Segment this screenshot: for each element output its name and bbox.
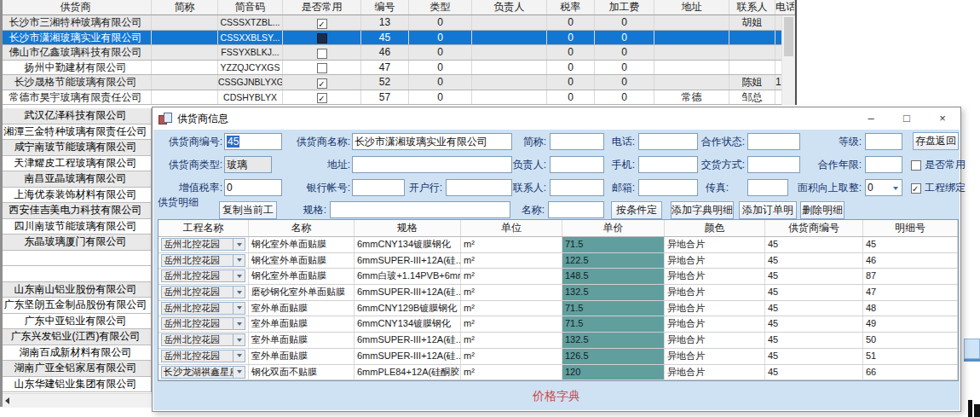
cell-fee[interactable]: 0 [595,45,654,60]
grid-cell-project[interactable]: 岳州北控花园 [159,333,249,348]
grid-cell-price[interactable]: 122.5 [562,253,665,269]
cell-code[interactable]: FSSYXBLKJ... [218,45,283,60]
column-header-id[interactable]: 编号 [361,0,409,14]
cell-common[interactable] [283,31,361,45]
common-use-checkbox[interactable] [317,63,327,73]
cell-fee[interactable]: 0 [595,90,654,105]
grid-cell-name[interactable]: 钢化室外单面贴膜 [249,237,355,252]
grid-cell-price[interactable]: 148.5 [562,269,665,284]
grid-cell-detail_no[interactable]: 51 [863,349,958,364]
maximize-button[interactable]: □ [889,107,925,130]
cell-short[interactable] [152,90,218,105]
supplier-list-item[interactable]: 广东兴发铝业(江西)有限公司 [0,329,151,345]
grid-cell-name[interactable]: 磨砂钢化室外单面贴膜 [249,285,355,300]
copy-current-project-button[interactable]: 复制当前工程 [219,201,277,219]
coop-status-input[interactable] [747,133,800,150]
email-input[interactable] [638,179,698,196]
supplier-list-item[interactable]: 上海优泰装饰材料有限公司 [0,188,151,204]
cell-manager[interactable] [472,75,547,90]
grid-cell-spec[interactable]: 6mmSUPER-III+12A(硅... [355,253,461,269]
cell-short[interactable] [152,75,218,90]
cell-type[interactable]: 0 [409,15,472,30]
column-header-supplier[interactable]: 供货商 [0,0,152,14]
supplier-list-item[interactable]: 广东坚朗五金制品股份有限公司 [0,298,151,314]
grid-cell-name[interactable]: 室外单面贴膜 [249,301,355,316]
grid-cell-spec[interactable]: 6mmCNY134镀膜钢化 [355,237,461,252]
supplier-list-item[interactable]: 天津耀皮工程玻璃有限公司 [0,156,151,172]
grid-cell-price[interactable]: 126.5 [562,349,665,364]
grid-cell-color[interactable]: 异地合片 [665,269,765,284]
scroll-left-arrow-icon[interactable] [5,397,9,404]
column-header-fee[interactable]: 加工费 [595,0,654,14]
common-use-checkbox[interactable]: ✓ [317,19,327,29]
close-button[interactable]: × [925,107,960,130]
cell-id[interactable]: 47 [361,61,409,75]
grid-cell-detail_no[interactable]: 66 [863,365,958,380]
grid-cell-spec[interactable]: 6mmCNY129B镀膜钢化 [355,301,461,316]
grid-cell-name[interactable]: 室外单面贴膜 [249,333,355,348]
grid-cell-price[interactable]: 71.5 [562,316,665,332]
grid-column-header[interactable]: 规格 [355,220,461,236]
delete-detail-button[interactable]: 删除明细 [800,201,845,219]
grid-cell-unit[interactable]: m² [461,365,562,380]
grid-cell-color[interactable]: 异地合片 [665,253,765,269]
cell-manager[interactable] [472,45,547,60]
cell-code[interactable]: CDSHYBLYX [218,90,283,105]
cell-code[interactable]: YZZQJCYXGS [218,61,283,75]
cell-fee[interactable]: 0 [595,61,654,75]
suppliers-table-vscrollbar[interactable] [781,15,795,105]
cell-type[interactable]: 0 [409,61,472,75]
cell-code[interactable]: CSSXXBLSY... [218,31,283,45]
supplier-table-row[interactable]: 扬州中勤建材有限公司YZZQJCYXGS47000 [0,61,795,76]
cell-id[interactable]: 46 [361,45,409,60]
grid-row[interactable]: 岳州北控花园室外单面贴膜6mmSUPER-III+12A(硅...m²126.5… [159,349,958,365]
column-header-manager[interactable]: 负责人 [472,0,547,14]
project-combo[interactable]: 岳州北控花园 [161,254,245,267]
supplier-list-item[interactable]: 四川南玻节能玻璃有限公司 [0,219,151,235]
grid-row[interactable]: 岳州北控花园室外单面贴膜6mmCNY129B镀膜钢化m²71.5异地合片4548 [159,301,958,317]
supplier-table-row[interactable]: 常德市昊宇玻璃有限责任公司CDSHYBLYX✓57000常德邹总 [0,90,795,106]
grid-cell-project[interactable]: 岳州北控花园 [159,316,249,332]
cell-id[interactable]: 52 [361,75,409,90]
grid-column-header[interactable]: 单价 [562,220,665,236]
cell-contact[interactable]: 胡姐 [729,15,775,30]
minimize-button[interactable]: – [853,107,889,130]
common-use-checkbox[interactable]: ✓ [317,78,327,89]
grid-column-header[interactable]: 名称 [249,220,355,236]
cell-short[interactable] [152,61,218,75]
column-header-contact[interactable]: 联系人 [729,0,775,14]
area-roundup-select[interactable]: 0 [865,179,902,196]
grid-column-header[interactable]: 供货商编号 [765,220,863,236]
column-header-code[interactable]: 简音码 [218,0,283,14]
column-header-tax[interactable]: 税率 [547,0,595,14]
cell-address[interactable] [654,31,729,45]
column-header-short[interactable]: 简称 [152,0,218,14]
grid-row[interactable]: 岳州北控花园钢化室外单面贴膜6mm白玻+1.14PVB+6mm...m²148.… [159,269,958,285]
grid-cell-spec[interactable]: 6mm白玻+1.14PVB+6mm... [355,269,461,284]
supplier-table-row[interactable]: 长沙市三湘特种玻璃有限公司CSSSXTZBL...✓13000胡姐 [0,15,795,31]
fax-input[interactable] [747,179,788,196]
cell-tax[interactable]: 0 [547,61,595,75]
grid-cell-unit[interactable]: m² [461,237,562,252]
supplier-list-item[interactable]: 咸宁南玻节能玻璃有限公司 [0,140,151,156]
grid-cell-supplier_no[interactable]: 45 [765,269,863,284]
grid-row[interactable]: 岳州北控花园钢化室外单面贴膜6mmSUPER-III+12A(硅...m²122… [159,253,958,269]
cell-code[interactable]: CSSSXTZBL... [218,15,283,30]
supplier-list-hscrollbar[interactable] [0,393,152,408]
add-order-detail-button[interactable]: 添加订单明细 [739,201,797,219]
cell-supplier[interactable]: 常德市昊宇玻璃有限责任公司 [0,90,152,105]
locate-by-condition-button[interactable]: 按条件定位 [611,201,662,219]
cell-tax[interactable]: 0 [547,31,595,45]
cell-short[interactable] [152,45,218,60]
grid-cell-price[interactable]: 132.5 [562,285,665,300]
grid-cell-project[interactable]: 岳州北控花园 [159,301,249,316]
grid-cell-price[interactable]: 132.5 [562,333,665,348]
dialog-titlebar[interactable]: 供货商信息 – □ × [153,107,960,130]
delivery-method-input[interactable] [747,156,800,173]
grid-column-header[interactable]: 明细号 [863,220,958,236]
name-filter-input[interactable] [548,201,604,218]
project-bind-checkbox[interactable]: ✓ 工程绑定 [911,179,966,196]
grid-cell-color[interactable]: 异地合片 [665,365,765,380]
project-combo[interactable]: 岳州北控花园 [161,350,245,362]
grid-cell-project[interactable]: 岳州北控花园 [159,237,249,252]
